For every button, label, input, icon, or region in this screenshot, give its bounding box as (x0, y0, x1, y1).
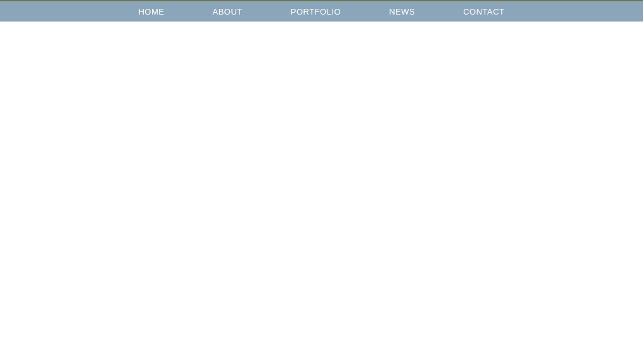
nav-item-about[interactable]: ABOUT (188, 7, 266, 16)
nav-item-home[interactable]: HOME (114, 7, 188, 16)
nav-list: HOME ABOUT PORTFOLIO NEWS CONTACT (114, 1, 528, 22)
top-navbar: HOME ABOUT PORTFOLIO NEWS CONTACT (0, 0, 643, 22)
nav-item-portfolio[interactable]: PORTFOLIO (267, 7, 365, 16)
nav-item-contact[interactable]: CONTACT (439, 7, 528, 16)
nav-item-news[interactable]: NEWS (365, 7, 439, 16)
